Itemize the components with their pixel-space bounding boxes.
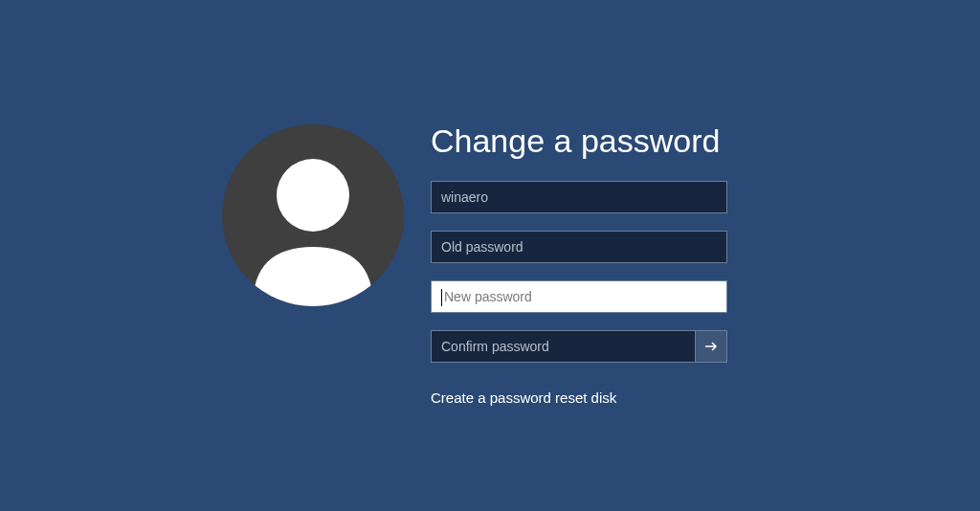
form-area: Change a password New password Create a … xyxy=(431,124,727,406)
old-password-input[interactable] xyxy=(432,239,726,255)
new-password-field-wrapper: New password xyxy=(431,280,727,313)
arrow-right-icon xyxy=(703,339,719,354)
confirm-password-row xyxy=(431,330,727,363)
new-password-input[interactable] xyxy=(432,289,726,304)
person-icon xyxy=(222,124,404,306)
confirm-password-field-wrapper xyxy=(431,330,695,363)
page-title: Change a password xyxy=(431,122,727,160)
username-field-wrapper xyxy=(431,181,727,213)
username-input[interactable] xyxy=(432,189,726,205)
confirm-password-input[interactable] xyxy=(432,339,695,354)
svg-point-1 xyxy=(277,159,349,232)
user-avatar xyxy=(222,124,404,306)
submit-button[interactable] xyxy=(695,330,727,363)
change-password-panel: Change a password New password Create a … xyxy=(222,124,727,406)
reset-disk-link[interactable]: Create a password reset disk xyxy=(431,389,727,406)
old-password-field-wrapper xyxy=(431,231,727,263)
